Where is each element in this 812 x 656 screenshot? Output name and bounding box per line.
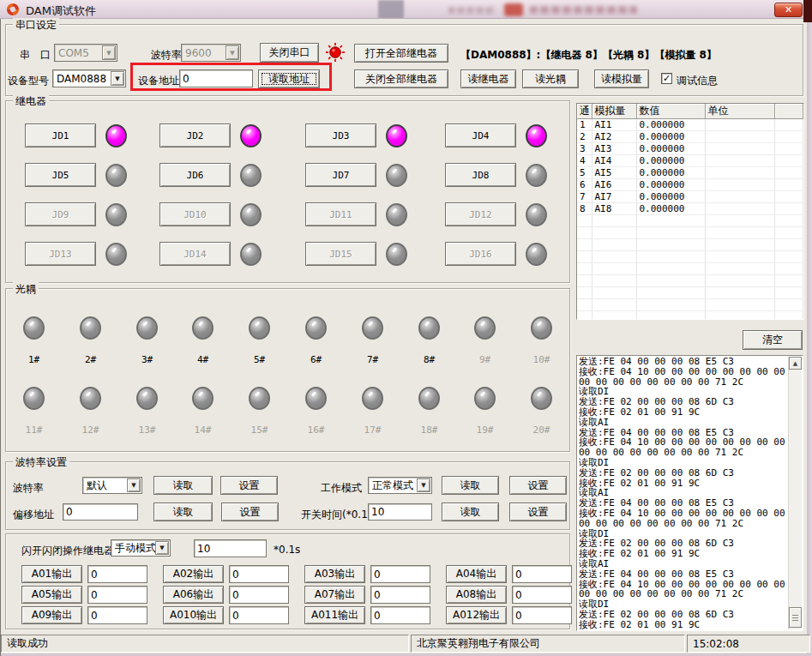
relay-button-jd5[interactable]: JD5: [25, 163, 96, 187]
table-row[interactable]: 3AI30.000000: [577, 143, 803, 155]
col-header-unit[interactable]: 单位: [705, 104, 774, 119]
output-value-a06[interactable]: [229, 586, 289, 604]
read-opto-button[interactable]: 读光耦: [522, 69, 579, 88]
offset-read-button[interactable]: 读取: [153, 503, 213, 521]
table-row[interactable]: 4AI40.000000: [577, 155, 803, 167]
close-all-relays-button[interactable]: 关闭全部继电器: [354, 69, 448, 88]
clear-log-button[interactable]: 清空: [743, 330, 803, 350]
relay-button-jd11[interactable]: JD11: [305, 202, 376, 226]
col-header-value[interactable]: 数值: [636, 104, 705, 119]
output-value-a07[interactable]: [370, 586, 430, 604]
flash-time-input[interactable]: [194, 539, 267, 557]
relay-button-jd15[interactable]: JD15: [305, 242, 376, 266]
output-value-a01[interactable]: [87, 565, 147, 583]
output-button-a010[interactable]: A010输出: [163, 606, 224, 624]
output-button-a011[interactable]: A011输出: [304, 606, 365, 624]
output-button-a012[interactable]: A012输出: [446, 606, 507, 624]
relay-button-jd13[interactable]: JD13: [25, 242, 96, 266]
chevron-down-icon: ▼: [102, 45, 116, 60]
opto-label-3: 3#: [129, 354, 165, 365]
debug-info-checkbox[interactable]: ✓: [661, 73, 672, 84]
relay-led-jd7: [386, 164, 407, 187]
output-value-a02[interactable]: [229, 565, 289, 583]
table-row[interactable]: 1AI10.000000: [577, 119, 803, 131]
relay-led-jd13: [105, 243, 127, 266]
output-button-a01[interactable]: A01输出: [21, 565, 82, 583]
device-address-input[interactable]: [179, 69, 253, 87]
output-value-a010[interactable]: [229, 606, 289, 624]
relay-button-jd6[interactable]: JD6: [159, 163, 231, 187]
output-value-a012[interactable]: [512, 606, 572, 624]
relay-button-jd10[interactable]: JD10: [159, 202, 231, 226]
col-header-extra[interactable]: [774, 104, 803, 119]
table-row[interactable]: 5AI50.000000: [577, 167, 803, 179]
scroll-up-arrow-icon[interactable]: ▲: [789, 357, 802, 370]
work-mode-set-button[interactable]: 设置: [509, 476, 567, 495]
baud-rate-select[interactable]: 9600 ▼: [181, 44, 241, 62]
opto-led-4: [192, 316, 214, 340]
output-button-a05[interactable]: A05输出: [21, 586, 82, 604]
offset-set-button[interactable]: 设置: [221, 503, 279, 521]
output-value-a03[interactable]: [370, 565, 430, 583]
relay-led-jd9: [105, 203, 127, 226]
output-button-a03[interactable]: A03输出: [304, 565, 365, 583]
baud-read-button[interactable]: 读取: [153, 476, 213, 495]
switch-time-input[interactable]: [368, 503, 432, 521]
relay-button-jd14[interactable]: JD14: [159, 242, 231, 266]
device-model-select[interactable]: DAM0888 ▼: [52, 69, 126, 87]
table-row[interactable]: 7AI70.000000: [577, 191, 803, 203]
relay-button-jd16[interactable]: JD16: [445, 242, 516, 266]
output-button-a02[interactable]: A02输出: [163, 565, 224, 583]
output-value-a09[interactable]: [87, 606, 147, 624]
output-value-a011[interactable]: [370, 606, 430, 624]
opto-label-14: 14#: [185, 424, 220, 436]
relay-button-jd2[interactable]: JD2: [159, 123, 231, 147]
output-value-a08[interactable]: [512, 586, 572, 604]
relay-button-jd7[interactable]: JD7: [305, 163, 376, 187]
work-mode-select[interactable]: 正常模式 ▼: [368, 477, 432, 494]
baud-set-button[interactable]: 设置: [220, 476, 278, 495]
output-value-a05[interactable]: [87, 586, 147, 604]
output-button-a06[interactable]: A06输出: [163, 586, 224, 604]
baud-setting-select[interactable]: 默认 ▼: [82, 477, 142, 494]
relay-button-jd8[interactable]: JD8: [445, 163, 516, 187]
relay-button-jd3[interactable]: JD3: [305, 123, 376, 147]
opto-label-19: 19#: [467, 424, 502, 436]
work-mode-read-button[interactable]: 读取: [442, 476, 499, 495]
table-row[interactable]: 8AI80.000000: [577, 203, 803, 215]
switch-time-set-button[interactable]: 设置: [509, 503, 567, 521]
flash-mode-select[interactable]: 手动模式 ▼: [111, 539, 171, 557]
table-row[interactable]: 6AI60.000000: [577, 179, 803, 191]
close-button[interactable]: ✕: [774, 3, 803, 17]
switch-time-read-button[interactable]: 读取: [442, 503, 499, 521]
col-header-channel[interactable]: 通: [577, 104, 592, 119]
offset-address-input[interactable]: [63, 503, 138, 521]
read-address-button[interactable]: 读取地址: [258, 69, 320, 88]
read-relays-button[interactable]: 读继电器: [460, 69, 516, 88]
relay-button-jd12[interactable]: JD12: [445, 202, 516, 226]
opto-led-18: [418, 387, 440, 410]
scrollbar-thumb[interactable]: [789, 607, 802, 628]
com-port-select[interactable]: COM5 ▼: [54, 44, 117, 62]
opto-led-11: [23, 387, 45, 410]
relay-button-jd4[interactable]: JD4: [445, 123, 516, 147]
log-scrollbar[interactable]: ▲: [788, 357, 802, 629]
close-serial-button[interactable]: 关闭串口: [260, 43, 319, 63]
window-border-right: [807, 22, 812, 656]
relay-button-jd1[interactable]: JD1: [25, 123, 96, 147]
background-text-artifact: [530, 6, 637, 14]
output-button-a04[interactable]: A04输出: [446, 565, 507, 583]
read-analog-button[interactable]: 读模拟量: [594, 69, 649, 88]
col-header-analog[interactable]: 模拟量: [592, 104, 636, 119]
opto-label-18: 18#: [412, 424, 447, 436]
offset-address-label: 偏移地址: [13, 508, 54, 522]
output-button-a08[interactable]: A08输出: [446, 586, 507, 604]
output-value-a04[interactable]: [512, 565, 572, 583]
relay-button-jd9[interactable]: JD9: [25, 202, 96, 226]
table-row[interactable]: 2AI20.000000: [577, 131, 803, 143]
relay-led-jd8: [526, 164, 547, 187]
output-button-a07[interactable]: A07输出: [304, 586, 365, 604]
open-all-relays-button[interactable]: 打开全部继电器: [354, 44, 448, 63]
output-button-a09[interactable]: A09输出: [21, 606, 82, 624]
comm-log-box[interactable]: 发送:FE 04 00 00 00 08 E5 C3 接收:FE 04 10 0…: [576, 355, 803, 631]
